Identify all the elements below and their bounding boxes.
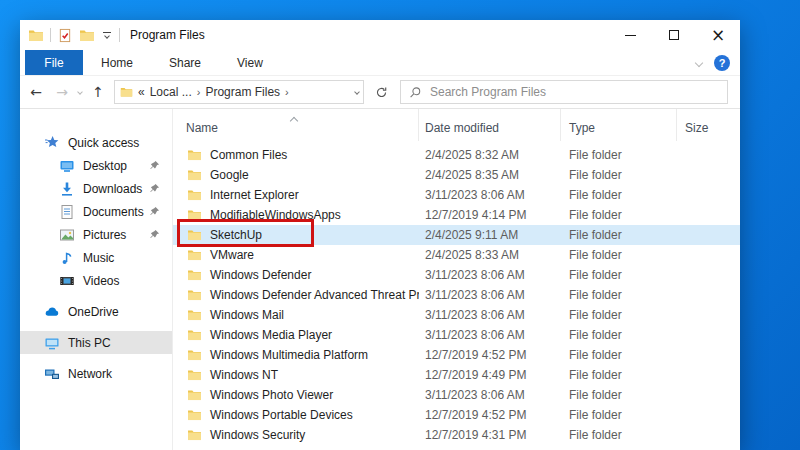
sidebar-item-label: Desktop: [83, 159, 127, 173]
file-type: File folder: [561, 288, 677, 302]
file-date: 3/11/2023 8:06 AM: [419, 268, 561, 282]
tab-file[interactable]: File: [25, 50, 83, 75]
sidebar-item-downloads[interactable]: Downloads: [20, 177, 172, 200]
folder-icon: [187, 329, 202, 341]
file-name: Windows Media Player: [210, 328, 332, 342]
file-row-windows-nt[interactable]: Windows NT12/7/2019 4:49 PMFile folder: [173, 365, 740, 385]
tab-view[interactable]: View: [219, 50, 281, 75]
file-date: 3/11/2023 8:06 AM: [419, 188, 561, 202]
file-row-windows-mail[interactable]: Windows Mail3/11/2023 8:06 AMFile folder: [173, 305, 740, 325]
qat-customize-menu-icon[interactable]: [101, 32, 113, 38]
refresh-icon[interactable]: [370, 81, 392, 103]
new-folder-icon[interactable]: [79, 28, 95, 43]
file-row-windows-multimedia-platform[interactable]: Windows Multimedia Platform12/7/2019 4:5…: [173, 345, 740, 365]
minimize-button[interactable]: [608, 20, 652, 50]
folder-icon: [120, 86, 133, 98]
file-date: 3/11/2023 8:06 AM: [419, 388, 561, 402]
file-row-windows-photo-viewer[interactable]: Windows Photo Viewer3/11/2023 8:06 AMFil…: [173, 385, 740, 405]
file-name-cell: Windows Mail: [173, 308, 419, 322]
file-name-cell: Internet Explorer: [173, 188, 419, 202]
downloads-icon: [59, 181, 75, 197]
sidebar-item-videos[interactable]: Videos: [20, 269, 172, 292]
file-date: 2/4/2025 9:11 AM: [419, 228, 561, 242]
annotation-box: [177, 219, 314, 247]
column-header-date-modified[interactable]: Date modified: [419, 109, 561, 141]
breadcrumb-separator[interactable]: ›: [197, 86, 201, 98]
file-name-cell: Windows Defender Advanced Threat Prot...: [173, 288, 419, 302]
sidebar-item-pictures[interactable]: Pictures: [20, 223, 172, 246]
file-type: File folder: [561, 168, 677, 182]
file-type: File folder: [561, 428, 677, 442]
forward-icon[interactable]: →: [52, 84, 72, 100]
file-type: File folder: [561, 148, 677, 162]
breadcrumb-overflow[interactable]: «: [138, 85, 145, 99]
sidebar-item-label: Quick access: [68, 136, 139, 150]
file-row-partial[interactable]: [173, 445, 740, 450]
column-header-type[interactable]: Type: [561, 109, 677, 141]
search-box: [400, 80, 728, 104]
sidebar-item-music[interactable]: Music: [20, 246, 172, 269]
recent-locations-chevron-icon[interactable]: [77, 89, 83, 95]
file-row-common-files[interactable]: Common Files2/4/2025 8:32 AMFile folder: [173, 145, 740, 165]
folder-icon: [187, 269, 202, 281]
quick-access-star-icon: [44, 135, 60, 151]
music-icon: [59, 250, 75, 266]
navigation-bar: ← → ↑ « Local ... › Program Files ›: [20, 76, 740, 109]
sidebar-item-label: Videos: [83, 274, 119, 288]
file-row-google[interactable]: Google2/4/2025 8:35 AMFile folder: [173, 165, 740, 185]
back-icon[interactable]: ←: [26, 84, 46, 100]
file-date: 3/11/2023 8:06 AM: [419, 308, 561, 322]
explorer-window: Program Files × File Home Share View ? ←…: [20, 20, 740, 450]
tab-share[interactable]: Share: [151, 50, 219, 75]
search-input[interactable]: [430, 85, 719, 99]
address-dropdown-chevron-icon[interactable]: [354, 89, 360, 95]
file-date: 2/4/2025 8:35 AM: [419, 168, 561, 182]
file-row-windows-defender[interactable]: Windows Defender3/11/2023 8:06 AMFile fo…: [173, 265, 740, 285]
file-type: File folder: [561, 188, 677, 202]
properties-icon[interactable]: [57, 28, 73, 43]
sidebar-item-network[interactable]: Network: [20, 362, 172, 385]
sort-ascending-icon: [291, 113, 297, 127]
close-button[interactable]: ×: [696, 20, 740, 50]
separator: [50, 28, 51, 42]
file-name: Windows NT: [210, 368, 278, 382]
file-row-windows-security[interactable]: Windows Security12/7/2019 4:31 PMFile fo…: [173, 425, 740, 445]
sidebar-item-label: Pictures: [83, 228, 126, 242]
file-type: File folder: [561, 268, 677, 282]
address-bar[interactable]: « Local ... › Program Files ›: [114, 80, 364, 104]
pin-icon: [149, 160, 160, 171]
file-row-vmware[interactable]: VMware2/4/2025 8:33 AMFile folder: [173, 245, 740, 265]
sidebar-item-onedrive[interactable]: OneDrive: [20, 300, 172, 323]
content-area: Quick accessDesktopDownloadsDocumentsPic…: [20, 109, 740, 450]
tab-home[interactable]: Home: [83, 50, 151, 75]
file-name: Windows Mail: [210, 308, 284, 322]
help-icon[interactable]: ?: [714, 55, 730, 71]
column-header-size[interactable]: Size: [677, 109, 740, 141]
maximize-button[interactable]: [652, 20, 696, 50]
folder-icon: [187, 409, 202, 421]
window-title: Program Files: [130, 28, 205, 42]
file-row-windows-media-player[interactable]: Windows Media Player3/11/2023 8:06 AMFil…: [173, 325, 740, 345]
file-row-windows-defender-advanced-threat-prot[interactable]: Windows Defender Advanced Threat Prot...…: [173, 285, 740, 305]
breadcrumb-crumb-program-files[interactable]: Program Files: [205, 85, 280, 99]
folder-icon: [187, 189, 202, 201]
sidebar-item-quick-access[interactable]: Quick access: [20, 131, 172, 154]
sidebar-item-desktop[interactable]: Desktop: [20, 154, 172, 177]
file-name-cell: Google: [173, 168, 419, 182]
network-icon: [44, 366, 60, 382]
sidebar-item-documents[interactable]: Documents: [20, 200, 172, 223]
breadcrumb-crumb-local[interactable]: Local ...: [150, 85, 192, 99]
file-row-windows-portable-devices[interactable]: Windows Portable Devices12/7/2019 4:52 P…: [173, 405, 740, 425]
this-pc-icon: [44, 335, 60, 351]
file-name: Windows Security: [210, 428, 305, 442]
window-controls: ×: [608, 20, 740, 50]
file-name-cell: Windows Portable Devices: [173, 408, 419, 422]
up-icon[interactable]: ↑: [88, 84, 108, 100]
ribbon-expand-chevron-icon[interactable]: [695, 58, 703, 66]
desktop-background: { "window": { "title": "Program Files", …: [0, 0, 800, 450]
file-row-internet-explorer[interactable]: Internet Explorer3/11/2023 8:06 AMFile f…: [173, 185, 740, 205]
sidebar-item-this-pc[interactable]: This PC: [20, 331, 172, 354]
videos-icon: [59, 273, 75, 289]
explorer-folder-icon[interactable]: [28, 28, 44, 43]
breadcrumb-separator[interactable]: ›: [285, 86, 289, 98]
